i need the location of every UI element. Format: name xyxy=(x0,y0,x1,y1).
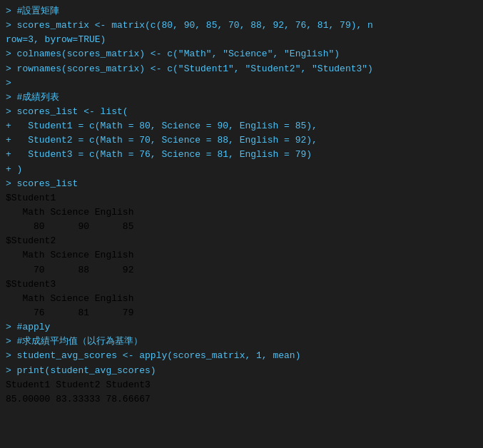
terminal-window: > #設置矩陣> scores_matrix <- matrix(c(80, 9… xyxy=(0,0,483,448)
terminal-line: > student_avg_scores <- apply(scores_mat… xyxy=(6,349,477,363)
terminal-line: > colnames(scores_matrix) <- c("Math", "… xyxy=(6,47,477,61)
terminal-line: 76 81 79 xyxy=(6,306,477,320)
terminal-line: > xyxy=(6,76,477,91)
terminal-line: > #求成績平均值（以行為基準） xyxy=(6,335,477,349)
terminal-line: 70 88 92 xyxy=(6,263,477,278)
terminal-line: + Student2 = c(Math = 70, Science = 88, … xyxy=(6,133,477,148)
terminal-line: + Student3 = c(Math = 76, Science = 81, … xyxy=(6,148,477,162)
terminal-line: > print(student_avg_scores) xyxy=(6,364,477,378)
terminal-line: > #成績列表 xyxy=(6,91,477,105)
terminal-line: Student1 Student2 Student3 xyxy=(6,378,477,392)
terminal-line: > rownames(scores_matrix) <- c("Student1… xyxy=(6,62,477,76)
terminal-line: Math Science English xyxy=(6,248,477,263)
terminal-line: Math Science English xyxy=(6,292,477,306)
terminal-line: Math Science English xyxy=(6,205,477,220)
terminal-line: $Student3 xyxy=(6,278,477,292)
terminal-line: 80 90 85 xyxy=(6,220,477,234)
terminal-content: > #設置矩陣> scores_matrix <- matrix(c(80, 9… xyxy=(6,4,477,407)
terminal-line: > scores_list <- list( xyxy=(6,105,477,119)
terminal-line: row=3, byrow=TRUE) xyxy=(6,33,477,47)
terminal-line: > scores_matrix <- matrix(c(80, 90, 85, … xyxy=(6,19,477,33)
terminal-line: 85.00000 83.33333 78.66667 xyxy=(6,392,477,407)
terminal-line: > #設置矩陣 xyxy=(6,4,477,19)
terminal-line: > #apply xyxy=(6,320,477,335)
terminal-line: $Student1 xyxy=(6,191,477,205)
terminal-line: > scores_list xyxy=(6,177,477,191)
terminal-line: $Student2 xyxy=(6,234,477,248)
terminal-line: + Student1 = c(Math = 80, Science = 90, … xyxy=(6,119,477,133)
terminal-line: + ) xyxy=(6,163,477,177)
